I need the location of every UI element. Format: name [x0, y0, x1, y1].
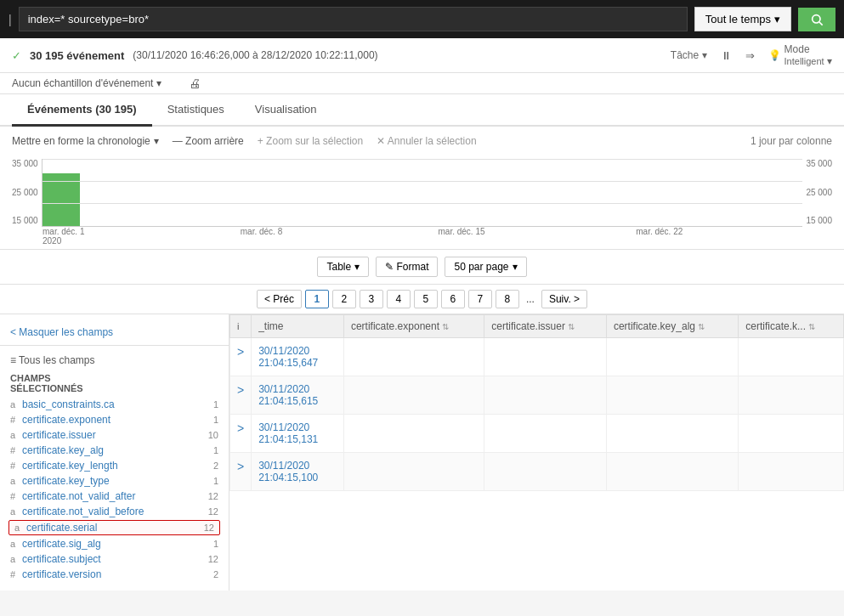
per-page-button[interactable]: 50 par page ▾	[445, 257, 526, 277]
search-bar: | Tout le temps ▾	[0, 0, 844, 38]
expand-cell-4[interactable]: >	[230, 453, 252, 491]
time-cell-1[interactable]: 30/11/202021:04:15,647	[252, 338, 344, 376]
exponent-cell-4	[343, 453, 484, 491]
chevron-down-icon: ▾	[774, 13, 780, 25]
field-certificate-subject[interactable]: a certificate.subject 12	[0, 551, 229, 567]
prev-page-button[interactable]: < Préc	[257, 290, 302, 308]
issuer-cell-1	[484, 338, 607, 376]
checkmark-icon: ✓	[12, 49, 21, 62]
expand-cell-2[interactable]: >	[230, 376, 252, 415]
field-certificate-issuer[interactable]: a certificate.issuer 10	[0, 427, 229, 443]
format-button[interactable]: ✎ Format	[376, 257, 438, 277]
tab-visualization[interactable]: Visualisation	[240, 94, 332, 127]
results-table: i _time certificate.exponent ⇅ certifica…	[229, 314, 844, 491]
all-fields-link[interactable]: ≡ Tous les champs	[0, 351, 229, 370]
chart-inner[interactable]	[42, 159, 803, 227]
zoom-back-btn[interactable]: — Zoom arrière	[173, 135, 244, 147]
col-time[interactable]: _time	[252, 315, 344, 338]
page-2-button[interactable]: 2	[332, 290, 356, 308]
search-icon	[810, 13, 824, 26]
issuer-cell-4	[484, 453, 607, 491]
chart-area: Mettre en forme la chronologie ▾ — Zoom …	[0, 127, 844, 250]
field-certificate-not-valid-before[interactable]: a certificate.not_valid_before 12	[0, 504, 229, 519]
page-5-button[interactable]: 5	[414, 290, 438, 308]
expand-icon[interactable]: >	[237, 421, 244, 435]
col-exponent[interactable]: certificate.exponent ⇅	[343, 315, 484, 338]
exponent-cell-2	[343, 376, 484, 415]
sort-icon: ⇅	[568, 322, 575, 331]
field-certificate-key-length[interactable]: # certificate.key_length 2	[0, 458, 229, 473]
chart-y-labels-right: 35 000 25 000 15 000	[806, 159, 832, 227]
table-row: > 30/11/202021:04:15,131	[230, 415, 844, 453]
chevron-down-icon: ▾	[354, 261, 360, 273]
chevron-down-icon: ▾	[513, 261, 518, 273]
toolbar2: Aucun échantillon d'événement ▾ 🖨	[0, 73, 844, 94]
field-certificate-sig-alg[interactable]: a certificate.sig_alg 1	[0, 536, 229, 551]
sort-icon: ⇅	[442, 322, 449, 331]
format-timeline-btn[interactable]: Mettre en forme la chronologie ▾	[12, 135, 159, 147]
key-alg-cell-4	[606, 453, 738, 491]
hide-fields-btn[interactable]: < Masquer les champs	[0, 323, 229, 346]
ellipsis: ...	[523, 293, 538, 305]
field-certificate-serial[interactable]: a certificate.serial 12	[8, 520, 220, 535]
tab-events[interactable]: Événements (30 195)	[12, 94, 152, 127]
page-1-button[interactable]: 1	[305, 290, 329, 308]
share-icon[interactable]: ⇒	[745, 49, 755, 62]
cancel-selection-btn[interactable]: ✕ Annuler la sélection	[377, 135, 476, 147]
page-3-button[interactable]: 3	[360, 290, 383, 308]
key-k-cell-4	[739, 453, 844, 491]
col-key-alg[interactable]: certificate.key_alg ⇅	[606, 315, 738, 338]
next-page-button[interactable]: Suiv. >	[541, 290, 587, 308]
field-certificate-version[interactable]: # certificate.version 2	[0, 567, 229, 582]
per-column-label: 1 jour par colonne	[751, 135, 832, 147]
key-k-cell-1	[739, 338, 844, 376]
mode-dropdown[interactable]: 💡 Mode Intelligent ▾	[768, 43, 832, 67]
expand-cell-1[interactable]: >	[230, 338, 252, 376]
pause-icon[interactable]: ⏸	[721, 49, 732, 62]
col-key-k[interactable]: certificate.k... ⇅	[739, 315, 844, 338]
col-info: i	[230, 315, 252, 338]
table-row: > 30/11/202021:04:15,100	[230, 453, 844, 491]
time-cell-2[interactable]: 30/11/202021:04:15,615	[252, 376, 344, 415]
chart-container: 35 000 25 000 15 000 35 000 25 000 15 00…	[12, 150, 832, 227]
field-certificate-key-alg[interactable]: # certificate.key_alg 1	[0, 443, 229, 458]
main-content: < Masquer les champs ≡ Tous les champs C…	[0, 314, 844, 591]
tab-statistics[interactable]: Statistiques	[152, 94, 240, 127]
expand-icon[interactable]: >	[237, 383, 244, 397]
table-button[interactable]: Table ▾	[317, 257, 369, 277]
field-basic-constraints[interactable]: a basic_constraints.ca 1	[0, 397, 229, 412]
search-input[interactable]	[19, 7, 688, 31]
search-button[interactable]	[798, 8, 836, 31]
table-area: i _time certificate.exponent ⇅ certifica…	[229, 314, 844, 591]
time-range-dropdown[interactable]: Tout le temps ▾	[694, 7, 791, 31]
expand-icon[interactable]: >	[237, 345, 244, 359]
tache-dropdown[interactable]: Tâche ▾	[671, 49, 707, 61]
time-cell-3[interactable]: 30/11/202021:04:15,131	[252, 415, 344, 453]
svg-point-0	[813, 14, 820, 22]
x-label-4: mar. déc. 22	[634, 227, 832, 246]
table-row: > 30/11/202021:04:15,615	[230, 376, 844, 415]
field-certificate-not-valid-after[interactable]: # certificate.not_valid_after 12	[0, 489, 229, 504]
field-certificate-exponent[interactable]: # certificate.exponent 1	[0, 412, 229, 427]
x-label-1: mar. déc. 1 2020	[41, 227, 239, 246]
field-certificate-key-type[interactable]: a certificate.key_type 1	[0, 473, 229, 489]
chart-x-labels: mar. déc. 1 2020 mar. déc. 8 mar. déc. 1…	[41, 227, 832, 249]
exponent-cell-3	[343, 415, 484, 453]
page-4-button[interactable]: 4	[387, 290, 411, 308]
col-issuer[interactable]: certificate.issuer ⇅	[484, 315, 607, 338]
expand-icon[interactable]: >	[237, 460, 244, 473]
time-cell-4[interactable]: 30/11/202021:04:15,100	[252, 453, 344, 491]
page-8-button[interactable]: 8	[496, 290, 519, 308]
sort-icon: ⇅	[698, 322, 705, 331]
print-icon[interactable]: 🖨	[189, 76, 201, 90]
event-count: 30 195 événement	[30, 49, 124, 62]
page-7-button[interactable]: 7	[468, 290, 492, 308]
issuer-cell-3	[484, 415, 607, 453]
expand-cell-3[interactable]: >	[230, 415, 252, 453]
chart-y-labels-left: 35 000 25 000 15 000	[12, 159, 38, 227]
page-6-button[interactable]: 6	[441, 290, 465, 308]
action-icons: Tâche ▾ ⏸ ⇒ 💡 Mode Intelligent ▾	[671, 43, 832, 67]
zoom-selection-btn[interactable]: + Zoom sur la sélection	[258, 135, 363, 147]
sample-dropdown[interactable]: Aucun échantillon d'événement ▾	[12, 77, 161, 89]
key-alg-cell-3	[606, 415, 738, 453]
